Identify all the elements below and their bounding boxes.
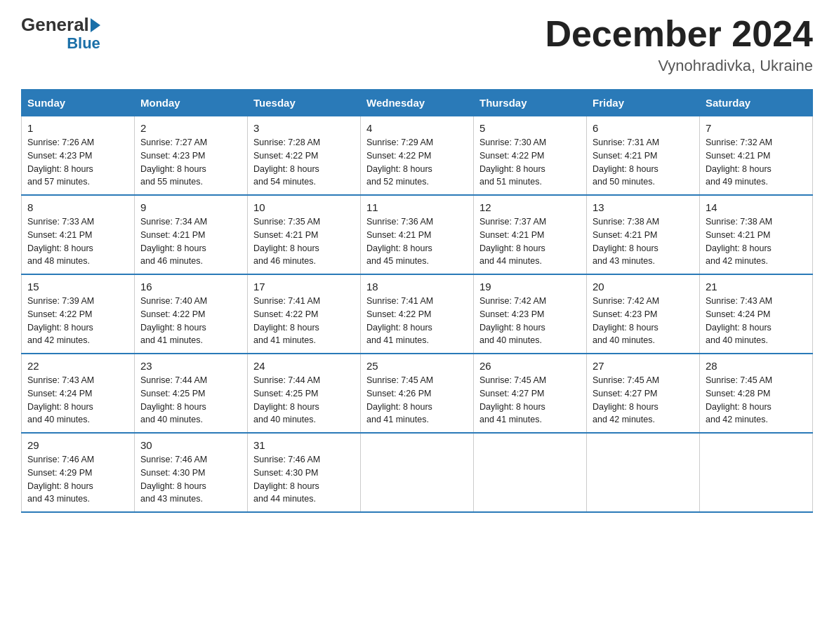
day-info: Sunrise: 7:39 AMSunset: 4:22 PMDaylight:… [27,296,94,345]
day-number: 14 [706,201,807,213]
calendar-cell: 6Sunrise: 7:31 AMSunset: 4:21 PMDaylight… [587,116,700,196]
calendar-week-row: 22Sunrise: 7:43 AMSunset: 4:24 PMDayligh… [22,354,813,433]
logo-blue-text: Blue [21,36,100,51]
day-number: 23 [140,360,241,372]
day-info: Sunrise: 7:41 AMSunset: 4:22 PMDaylight:… [366,296,433,345]
column-header-friday: Friday [587,90,700,116]
day-info: Sunrise: 7:37 AMSunset: 4:21 PMDaylight:… [479,217,546,266]
logo-triangle-icon [91,18,100,32]
day-info: Sunrise: 7:38 AMSunset: 4:21 PMDaylight:… [593,217,659,266]
calendar-week-row: 1Sunrise: 7:26 AMSunset: 4:23 PMDaylight… [22,116,813,196]
day-number: 5 [479,122,581,134]
column-header-monday: Monday [135,90,248,116]
day-info: Sunrise: 7:35 AMSunset: 4:21 PMDaylight:… [253,217,320,266]
day-number: 25 [366,360,468,372]
day-number: 28 [706,360,807,372]
calendar-cell: 20Sunrise: 7:42 AMSunset: 4:23 PMDayligh… [587,274,700,354]
calendar-cell: 16Sunrise: 7:40 AMSunset: 4:22 PMDayligh… [135,274,248,354]
calendar-cell: 27Sunrise: 7:45 AMSunset: 4:27 PMDayligh… [587,354,700,433]
day-number: 30 [140,439,241,451]
calendar-cell: 17Sunrise: 7:41 AMSunset: 4:22 PMDayligh… [248,274,361,354]
day-info: Sunrise: 7:42 AMSunset: 4:23 PMDaylight:… [479,296,546,345]
calendar-cell: 14Sunrise: 7:38 AMSunset: 4:21 PMDayligh… [700,195,813,274]
calendar-week-row: 29Sunrise: 7:46 AMSunset: 4:29 PMDayligh… [22,433,813,512]
calendar-cell [474,433,587,512]
day-info: Sunrise: 7:40 AMSunset: 4:22 PMDaylight:… [140,296,207,345]
day-info: Sunrise: 7:30 AMSunset: 4:22 PMDaylight:… [479,137,546,187]
day-info: Sunrise: 7:38 AMSunset: 4:21 PMDaylight:… [706,217,772,266]
calendar-cell: 30Sunrise: 7:46 AMSunset: 4:30 PMDayligh… [135,433,248,512]
day-info: Sunrise: 7:44 AMSunset: 4:25 PMDaylight:… [140,375,207,424]
calendar-cell: 24Sunrise: 7:44 AMSunset: 4:25 PMDayligh… [248,354,361,433]
day-number: 26 [479,360,581,372]
day-info: Sunrise: 7:45 AMSunset: 4:26 PMDaylight:… [366,375,433,424]
calendar-cell: 23Sunrise: 7:44 AMSunset: 4:25 PMDayligh… [135,354,248,433]
day-number: 10 [253,201,355,213]
day-number: 3 [253,122,355,134]
calendar-cell: 15Sunrise: 7:39 AMSunset: 4:22 PMDayligh… [22,274,135,354]
day-info: Sunrise: 7:46 AMSunset: 4:30 PMDaylight:… [140,455,207,504]
day-number: 21 [706,281,807,293]
day-number: 17 [253,281,355,293]
day-number: 7 [706,122,807,134]
calendar-cell: 10Sunrise: 7:35 AMSunset: 4:21 PMDayligh… [248,195,361,274]
day-number: 29 [27,439,128,451]
calendar-cell: 8Sunrise: 7:33 AMSunset: 4:21 PMDaylight… [22,195,135,274]
day-number: 6 [593,122,694,134]
calendar-cell: 7Sunrise: 7:32 AMSunset: 4:21 PMDaylight… [700,116,813,196]
day-info: Sunrise: 7:32 AMSunset: 4:21 PMDaylight:… [706,137,772,187]
page-header: General Blue December 2024 Vynohradivka,… [21,14,813,75]
day-info: Sunrise: 7:36 AMSunset: 4:21 PMDaylight:… [366,217,433,266]
location-title: Vynohradivka, Ukraine [545,57,813,75]
day-number: 15 [27,281,128,293]
calendar-week-row: 15Sunrise: 7:39 AMSunset: 4:22 PMDayligh… [22,274,813,354]
day-number: 19 [479,281,581,293]
column-header-tuesday: Tuesday [248,90,361,116]
day-info: Sunrise: 7:28 AMSunset: 4:22 PMDaylight:… [253,137,320,187]
day-info: Sunrise: 7:46 AMSunset: 4:29 PMDaylight:… [27,455,94,504]
column-header-saturday: Saturday [700,90,813,116]
calendar-cell: 25Sunrise: 7:45 AMSunset: 4:26 PMDayligh… [361,354,474,433]
day-info: Sunrise: 7:45 AMSunset: 4:27 PMDaylight:… [479,375,546,424]
calendar-cell: 11Sunrise: 7:36 AMSunset: 4:21 PMDayligh… [361,195,474,274]
calendar-header-row: SundayMondayTuesdayWednesdayThursdayFrid… [22,90,813,116]
day-number: 22 [27,360,128,372]
day-info: Sunrise: 7:43 AMSunset: 4:24 PMDaylight:… [706,296,772,345]
calendar-cell: 4Sunrise: 7:29 AMSunset: 4:22 PMDaylight… [361,116,474,196]
calendar-cell: 22Sunrise: 7:43 AMSunset: 4:24 PMDayligh… [22,354,135,433]
day-info: Sunrise: 7:41 AMSunset: 4:22 PMDaylight:… [253,296,320,345]
day-number: 1 [27,122,128,134]
day-number: 27 [593,360,694,372]
calendar-cell [587,433,700,512]
day-number: 4 [366,122,468,134]
calendar-cell: 12Sunrise: 7:37 AMSunset: 4:21 PMDayligh… [474,195,587,274]
column-header-sunday: Sunday [22,90,135,116]
day-info: Sunrise: 7:44 AMSunset: 4:25 PMDaylight:… [253,375,320,424]
calendar-cell: 1Sunrise: 7:26 AMSunset: 4:23 PMDaylight… [22,116,135,196]
column-header-thursday: Thursday [474,90,587,116]
day-info: Sunrise: 7:45 AMSunset: 4:27 PMDaylight:… [593,375,659,424]
day-info: Sunrise: 7:46 AMSunset: 4:30 PMDaylight:… [253,455,320,504]
month-title: December 2024 [545,14,813,54]
logo-general-text: General [21,14,89,36]
day-info: Sunrise: 7:34 AMSunset: 4:21 PMDaylight:… [140,217,207,266]
day-info: Sunrise: 7:29 AMSunset: 4:22 PMDaylight:… [366,137,433,187]
day-number: 31 [253,439,355,451]
day-number: 8 [27,201,128,213]
column-header-wednesday: Wednesday [361,90,474,116]
calendar-table: SundayMondayTuesdayWednesdayThursdayFrid… [21,89,813,513]
calendar-cell [700,433,813,512]
calendar-cell: 31Sunrise: 7:46 AMSunset: 4:30 PMDayligh… [248,433,361,512]
calendar-cell: 3Sunrise: 7:28 AMSunset: 4:22 PMDaylight… [248,116,361,196]
day-info: Sunrise: 7:33 AMSunset: 4:21 PMDaylight:… [27,217,94,266]
day-number: 2 [140,122,241,134]
calendar-cell [361,433,474,512]
day-number: 18 [366,281,468,293]
calendar-cell: 9Sunrise: 7:34 AMSunset: 4:21 PMDaylight… [135,195,248,274]
calendar-cell: 29Sunrise: 7:46 AMSunset: 4:29 PMDayligh… [22,433,135,512]
calendar-week-row: 8Sunrise: 7:33 AMSunset: 4:21 PMDaylight… [22,195,813,274]
day-number: 12 [479,201,581,213]
day-info: Sunrise: 7:26 AMSunset: 4:23 PMDaylight:… [27,137,94,187]
calendar-cell: 13Sunrise: 7:38 AMSunset: 4:21 PMDayligh… [587,195,700,274]
calendar-cell: 18Sunrise: 7:41 AMSunset: 4:22 PMDayligh… [361,274,474,354]
